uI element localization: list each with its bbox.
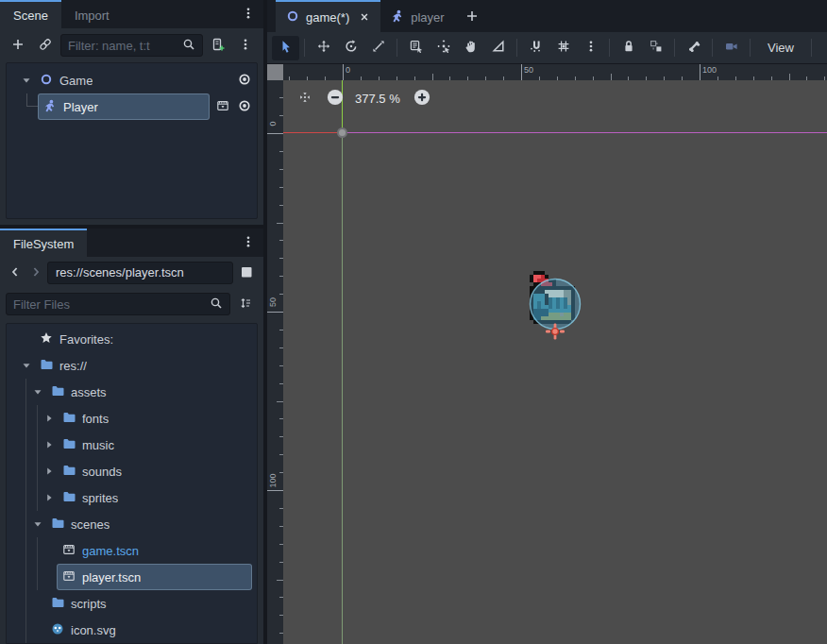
collapse-icon[interactable] [41,412,58,425]
scene-panel-menu-icon[interactable] [233,0,263,28]
collapse-icon[interactable] [41,491,58,504]
fs-row-assets[interactable]: assets [7,379,257,405]
scale-tool[interactable] [364,36,392,60]
attach-script-button[interactable] [206,33,230,58]
move-tool[interactable] [310,36,337,60]
file-entry[interactable]: sounds [58,459,251,483]
ruler-tick [279,240,283,241]
pan-tool[interactable] [457,36,484,60]
fs-row-favorites[interactable]: Favorites: [7,326,257,352]
fs-row-icon.svg[interactable]: icon.svg [7,617,257,643]
ruler-label: 100 [702,65,717,75]
tree-guide [29,405,41,432]
add-node-button[interactable] [6,33,30,58]
scene-tab-player[interactable]: player [380,0,454,32]
collapse-icon[interactable] [29,385,46,398]
file-entry[interactable]: assets [46,380,251,404]
bone-icon [687,40,700,56]
ruler-tool[interactable] [484,36,512,60]
tab-filesystem[interactable]: FileSystem [0,229,87,257]
ruler-tick [279,526,283,527]
ruler-tick [279,454,283,455]
view-menu-button[interactable]: View [755,36,806,60]
fs-row-sprites[interactable]: sprites [7,484,257,511]
tab-scene[interactable]: Scene [0,0,61,28]
filesystem-tabbar: FileSystem [0,229,263,257]
open-scene-icon[interactable] [216,99,229,115]
ruler-tick [279,562,283,563]
ruler-tick [717,76,718,80]
scene-tree-row-game[interactable]: Game [7,67,257,93]
select-tool[interactable] [272,36,299,60]
center-view-icon[interactable] [295,89,314,108]
zoom-in-button[interactable] [413,89,431,108]
list-select-tool[interactable] [402,36,430,60]
grid-snap-toggle[interactable] [549,36,577,60]
ruler-tick [277,580,283,581]
rotate-tool[interactable] [337,36,364,60]
ruler-tick [806,76,807,80]
close-tab-icon[interactable] [359,11,370,23]
collapse-icon[interactable] [41,465,58,478]
camera-override-button[interactable] [717,36,745,60]
fs-row-scenes[interactable]: scenes [7,511,257,537]
file-entry[interactable]: game.tscn [58,538,251,563]
ruler-label: 0 [346,65,350,75]
collapse-icon[interactable] [29,517,46,531]
skeleton-options-menu[interactable] [680,36,707,60]
sort-files-button[interactable] [233,292,258,316]
fs-current-path[interactable]: res://scenes/player.tscn [47,262,233,284]
file-entry[interactable]: sprites [58,485,251,510]
file-entry[interactable]: scenes [46,512,251,536]
fs-row-fonts[interactable]: fonts [7,405,257,432]
node-entry[interactable]: Player [39,94,209,119]
file-name: scripts [71,597,107,611]
2d-viewport[interactable]: 377.5 % [283,80,827,644]
file-entry[interactable]: fonts [58,406,251,431]
snap-options-menu[interactable] [577,36,604,60]
folder-icon [62,437,76,453]
scene-filter-input[interactable] [68,39,182,53]
visibility-toggle-icon[interactable] [238,99,251,115]
folder-icon [51,596,64,612]
zoom-level[interactable]: 377.5 % [355,92,400,106]
file-entry[interactable]: res:// [35,353,251,378]
fs-row-music[interactable]: music [7,432,257,458]
ruler-tick [279,633,283,634]
tab-import[interactable]: Import [61,0,123,28]
lock-node-button[interactable] [615,36,642,60]
instantiate-scene-button[interactable] [33,33,58,58]
collapse-icon[interactable] [41,438,58,451]
group-node-button[interactable] [642,36,669,60]
toggle-split-mode-button[interactable] [235,262,258,284]
fs-row-scripts[interactable]: scripts [7,590,257,617]
fs-row-res[interactable]: res:// [7,352,257,379]
fs-filter-input[interactable] [13,297,210,312]
file-entry[interactable]: scripts [46,591,251,616]
file-entry[interactable]: icon.svg [46,618,251,642]
add-scene-tab-button[interactable] [455,0,489,32]
zoom-out-button[interactable] [326,89,345,108]
smart-snap-toggle[interactable] [522,36,549,60]
file-entry[interactable]: Favorites: [35,327,251,351]
scene-tab-game[interactable]: game(*) [276,0,380,32]
visibility-toggle-icon[interactable] [238,73,251,89]
scene-tree-menu-icon[interactable] [233,33,258,58]
collapse-icon[interactable] [18,74,35,87]
knight-sprite[interactable] [523,268,589,347]
fs-row-game.tscn[interactable]: game.tscn [7,537,257,564]
file-entry[interactable]: player.tscn [58,565,251,589]
node-entry[interactable]: Game [35,68,230,93]
scene-tree-row-player[interactable]: Player [7,93,257,120]
folder-icon [62,411,76,427]
history-back-icon[interactable] [6,262,25,284]
file-entry[interactable]: music [58,432,251,457]
fs-row-sounds[interactable]: sounds [7,458,257,484]
edit-pivot-tool[interactable] [430,36,457,60]
ruler-tick [432,74,433,80]
history-forward-icon[interactable] [26,262,45,284]
ruler-tick [449,76,450,80]
fs-row-player.tscn[interactable]: player.tscn [7,564,257,590]
filesystem-menu-icon[interactable] [233,229,263,257]
collapse-icon[interactable] [18,359,35,372]
